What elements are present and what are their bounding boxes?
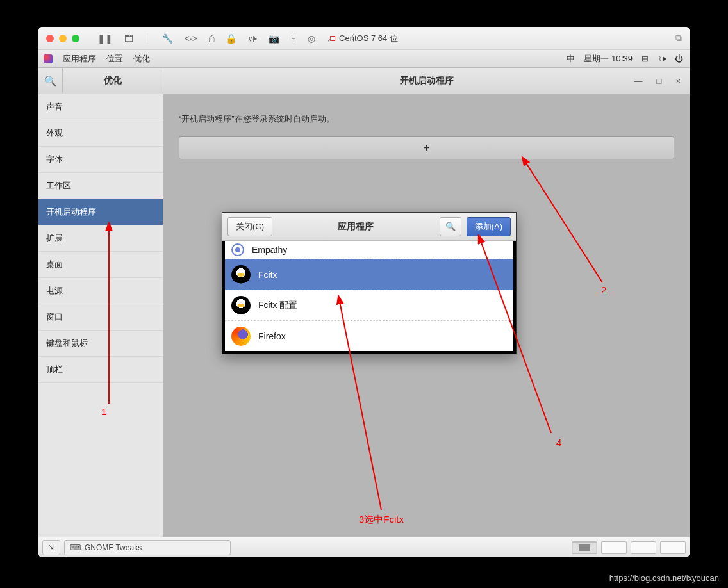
window-close-mac[interactable] — [46, 35, 54, 42]
tweaks-headerbar: 🔍 优化 开机启动程序 — □ × — [38, 68, 690, 94]
sidebar: 声音 外观 字体 工作区 开机启动程序 扩展 桌面 电源 窗口 键盘和鼠标 顶栏 — [38, 94, 163, 537]
camera-icon[interactable]: 📷 — [269, 33, 279, 44]
startup-hint: “开机启动程序”在您登录系统时自动启动。 — [179, 113, 674, 125]
window-close[interactable]: × — [675, 76, 681, 86]
dialog-header: 关闭(C) 应用程序 🔍 添加(A) — [222, 213, 516, 241]
vm-status-icon — [330, 36, 335, 41]
empathy-icon — [230, 242, 245, 257]
separator: │ — [145, 33, 151, 44]
window-maximize-mac[interactable] — [72, 35, 79, 42]
sound-icon[interactable]: 🕪 — [248, 33, 257, 44]
print-icon[interactable]: ⎙ — [209, 33, 214, 44]
window-minimize[interactable]: — — [634, 76, 643, 86]
sidebar-item-windows[interactable]: 窗口 — [38, 304, 163, 331]
code-icon[interactable]: <·> — [185, 33, 197, 44]
app-row-firefox[interactable]: Firefox — [225, 320, 513, 351]
menu-applications[interactable]: 应用程序 — [63, 53, 96, 65]
workspace-4[interactable] — [660, 541, 686, 554]
pause-icon[interactable]: ❚❚ — [97, 33, 113, 44]
sidebar-item-sound[interactable]: 声音 — [38, 94, 163, 120]
window-minimize-mac[interactable] — [59, 35, 67, 42]
sidebar-item-startup[interactable]: 开机启动程序 — [38, 199, 163, 225]
network-icon[interactable]: ⊞ — [641, 54, 649, 63]
app-chooser-dialog: 关闭(C) 应用程序 🔍 添加(A) Empathy Fcitx Fcitx 配… — [222, 212, 517, 354]
mac-titlebar: ❚❚ 🗔 │ 🔧 <·> ⎙ 🔒 🕪 📷 ⑂ ◎ ↗ 〈 CentOS 7 64… — [38, 27, 690, 50]
fcitx-icon — [230, 264, 252, 286]
activities-icon[interactable] — [44, 54, 53, 63]
workspace-2[interactable] — [601, 541, 627, 554]
app-label: Fcitx — [258, 270, 277, 280]
window-maximize[interactable]: □ — [657, 76, 662, 86]
fullscreen-icon[interactable]: ⧉ — [675, 33, 682, 44]
sidebar-item-topbar[interactable]: 顶栏 — [38, 357, 163, 383]
sidebar-search-button[interactable]: 🔍 — [38, 68, 63, 94]
snapshot-icon[interactable]: 🗔 — [124, 33, 133, 44]
app-row-fcitx-config[interactable]: Fcitx 配置 — [225, 290, 513, 320]
taskbar-app-tweaks[interactable]: ⌨ GNOME Tweaks — [64, 540, 231, 555]
app-label: Empathy — [252, 245, 287, 255]
usb-icon[interactable]: ⑂ — [291, 33, 296, 44]
show-desktop-button[interactable]: ⇲ — [42, 540, 60, 555]
sidebar-item-power[interactable]: 电源 — [38, 278, 163, 304]
clock[interactable]: 星期一 10∶39 — [584, 53, 633, 65]
vm-toolbar-icons: ❚❚ 🗔 │ 🔧 <·> ⎙ 🔒 🕪 📷 ⑂ ◎ ↗ 〈 — [97, 33, 355, 44]
app-row-empathy[interactable]: Empathy — [225, 241, 513, 259]
vm-window: ❚❚ 🗔 │ 🔧 <·> ⎙ 🔒 🕪 📷 ⑂ ◎ ↗ 〈 CentOS 7 64… — [38, 27, 690, 557]
plus-icon: + — [424, 142, 429, 154]
workspace-1[interactable] — [572, 541, 597, 554]
add-startup-button[interactable]: + — [179, 136, 674, 159]
vm-title: CentOS 7 64 位 — [330, 33, 398, 44]
app-list: Empathy Fcitx Fcitx 配置 Firefox — [222, 241, 516, 354]
gnome-top-bar: 应用程序 位置 优化 中 星期一 10∶39 ⊞ 🕪 ⏻ — [38, 50, 690, 68]
sidebar-item-appearance[interactable]: 外观 — [38, 120, 163, 147]
workspace-3[interactable] — [631, 541, 656, 554]
sidebar-title: 优化 — [63, 75, 163, 86]
page-title: 开机启动程序 — [400, 75, 454, 86]
menu-places[interactable]: 位置 — [106, 53, 123, 65]
firefox-icon — [230, 325, 252, 347]
dialog-search-button[interactable]: 🔍 — [440, 217, 461, 236]
ime-indicator[interactable]: 中 — [567, 53, 575, 65]
wrench-icon[interactable]: 🔧 — [162, 33, 173, 44]
sidebar-item-keyboard[interactable]: 键盘和鼠标 — [38, 331, 163, 357]
sidebar-item-desktop[interactable]: 桌面 — [38, 252, 163, 278]
guest-desktop: 🔍 优化 开机启动程序 — □ × 声音 外观 字体 工作区 开机启动程序 扩展 — [38, 68, 690, 537]
taskbar-label: GNOME Tweaks — [85, 543, 142, 552]
sidebar-item-extensions[interactable]: 扩展 — [38, 225, 163, 252]
app-label: Firefox — [258, 331, 286, 341]
dialog-title: 应用程序 — [277, 221, 434, 233]
watermark: https://blog.csdn.net/lxyoucan — [609, 573, 719, 583]
keyboard-icon: ⌨ — [70, 543, 81, 552]
dialog-add-button[interactable]: 添加(A) — [467, 217, 511, 236]
power-icon[interactable]: ⏻ — [675, 54, 683, 63]
vm-title-text: CentOS 7 64 位 — [339, 33, 398, 44]
traffic-lights — [46, 35, 79, 42]
sidebar-item-workspaces[interactable]: 工作区 — [38, 173, 163, 199]
disc-icon[interactable]: ◎ — [308, 33, 315, 44]
app-label: Fcitx 配置 — [258, 300, 297, 311]
lock-icon[interactable]: 🔒 — [226, 33, 236, 44]
volume-icon[interactable]: 🕪 — [658, 54, 666, 63]
dialog-close-button[interactable]: 关闭(C) — [228, 217, 272, 236]
gnome-taskbar: ⇲ ⌨ GNOME Tweaks — [38, 537, 690, 557]
menu-tweaks[interactable]: 优化 — [133, 53, 150, 65]
app-row-fcitx[interactable]: Fcitx — [225, 259, 513, 290]
fcitx-config-icon — [230, 295, 252, 316]
sidebar-item-fonts[interactable]: 字体 — [38, 147, 163, 173]
